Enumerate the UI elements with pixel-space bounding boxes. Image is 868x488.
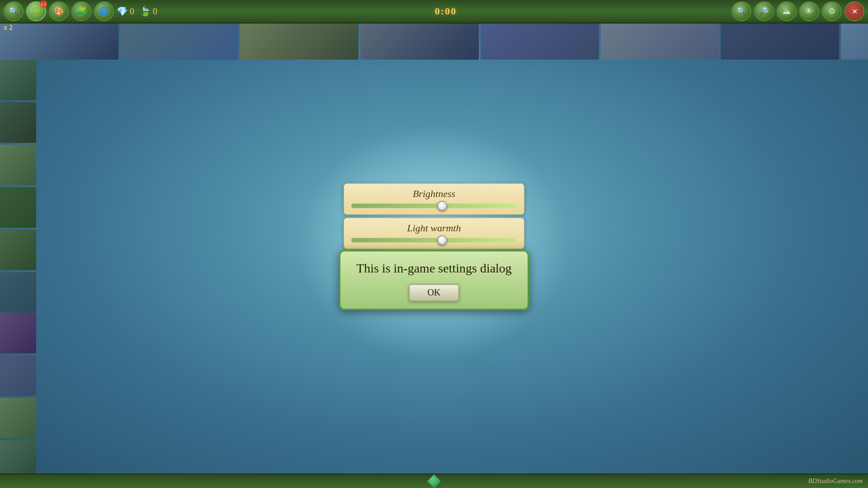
bottom-bar: BDStudioGames.com: [0, 474, 868, 488]
mountain-button[interactable]: ⛰: [777, 1, 797, 21]
puzzle-piece[interactable]: [240, 23, 359, 60]
info-dialog-text: This is in-game settings dialog: [351, 260, 517, 277]
puzzle-piece[interactable]: [0, 230, 36, 270]
left-puzzle-pieces: [0, 60, 36, 313]
brightness-label: Brightness: [351, 188, 517, 200]
puzzle-piece[interactable]: [841, 23, 868, 60]
zoom-out-button[interactable]: 🔍: [731, 1, 751, 21]
ok-button[interactable]: OK: [409, 284, 460, 302]
settings-button[interactable]: ⚙: [822, 1, 842, 21]
close-button[interactable]: ✕: [844, 1, 864, 21]
puzzle-piece[interactable]: [0, 272, 36, 313]
leaf-score-area: 🍃 0: [140, 6, 157, 17]
spiral-icon: 🌀: [99, 6, 109, 16]
branding-logo: BDStudioGames.com: [808, 478, 863, 485]
puzzle-piece[interactable]: [360, 23, 479, 60]
light-warmth-slider-thumb[interactable]: [437, 235, 447, 245]
spiral-button[interactable]: 🌀: [94, 1, 114, 21]
puzzle-piece[interactable]: [721, 23, 839, 60]
puzzle-piece[interactable]: [120, 23, 239, 60]
multiplier-badge: x 2: [4, 23, 13, 32]
leaf-score-icon: 🍃: [140, 6, 151, 17]
leaf-score-value: 0: [153, 6, 157, 17]
zoom-in-icon: 🔎: [759, 6, 769, 16]
light-warmth-label: Light warmth: [351, 222, 517, 234]
toolbar: 🔍 🍀 x 1 🎨 🧩 🌀 💎 0 🍃 0 0:00 🔍 🔎 ⛰ 👁 ⚙ ✕: [0, 0, 868, 23]
puzzle-piece[interactable]: [0, 60, 36, 100]
leaf-badge: x 1: [40, 0, 47, 8]
puzzle-piece[interactable]: [481, 23, 599, 60]
brightness-section: Brightness: [344, 183, 524, 215]
settings-icon: ⚙: [828, 6, 835, 16]
puzzle-piece[interactable]: [0, 313, 36, 353]
crystal-icon: 💎: [117, 6, 128, 17]
puzzle-button[interactable]: 🧩: [71, 1, 91, 21]
search-button[interactable]: 🔍: [4, 1, 24, 21]
puzzle-icon: 🧩: [76, 6, 86, 16]
top-puzzle-pieces: [0, 23, 868, 60]
brightness-slider-thumb[interactable]: [437, 201, 447, 211]
puzzle-piece[interactable]: [0, 23, 118, 60]
puzzle-piece[interactable]: [601, 23, 719, 60]
brightness-slider-track[interactable]: [351, 203, 517, 208]
center-gem-decoration: [427, 474, 441, 488]
palette-icon: 🎨: [54, 6, 64, 16]
eye-button[interactable]: 👁: [799, 1, 819, 21]
eye-icon: 👁: [805, 7, 813, 16]
search-icon: 🔍: [9, 6, 19, 16]
score-value: 0: [130, 6, 134, 17]
timer: 0:00: [435, 5, 457, 17]
close-icon: ✕: [852, 7, 858, 16]
puzzle-piece[interactable]: [0, 355, 36, 396]
puzzle-piece[interactable]: [0, 102, 36, 143]
palette-button[interactable]: 🎨: [49, 1, 69, 21]
mountain-icon: ⛰: [783, 7, 791, 16]
gem-icon: [427, 474, 441, 488]
info-dialog: This is in-game settings dialog OK: [339, 250, 529, 310]
leaf-button[interactable]: 🍀 x 1: [26, 1, 46, 21]
zoom-out-icon: 🔍: [736, 6, 746, 16]
puzzle-piece[interactable]: [0, 398, 36, 438]
light-warmth-section: Light warmth: [344, 217, 524, 249]
light-warmth-slider-track[interactable]: [351, 238, 517, 242]
leaf-icon: 🍀: [31, 6, 41, 16]
puzzle-piece[interactable]: [0, 187, 36, 228]
score-area: 💎 0: [117, 6, 134, 17]
zoom-in-button[interactable]: 🔎: [754, 1, 774, 21]
right-puzzle-pieces: [0, 313, 36, 488]
puzzle-piece[interactable]: [0, 145, 36, 185]
